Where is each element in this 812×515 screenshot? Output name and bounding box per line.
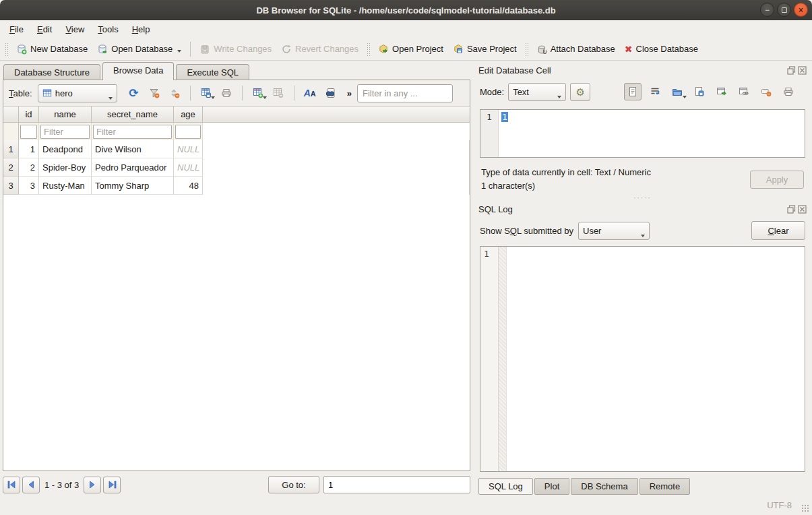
tab-database-structure[interactable]: Database Structure [3,64,100,80]
cell-name[interactable]: Rusty-Man [39,177,92,195]
corner-header[interactable] [3,107,19,123]
copy-link-button[interactable] [735,83,753,100]
filter-input-age[interactable] [175,125,201,139]
column-header-id[interactable]: id [19,107,39,123]
float-dock-icon[interactable] [787,205,796,214]
open-database-button[interactable]: Open Database [92,41,186,57]
previous-page-button[interactable] [22,477,40,493]
mode-select[interactable]: Text [508,83,566,101]
table-select[interactable]: hero [38,84,117,102]
filter-input-name[interactable] [40,125,90,139]
menu-tools[interactable]: Tools [91,22,125,36]
cell-age[interactable]: NULL [174,158,203,177]
export-table-button[interactable] [197,84,215,102]
cell-age[interactable]: NULL [174,140,203,158]
insert-record-dropdown-caret[interactable] [263,96,267,99]
tab-browse-data[interactable]: Browse Data [102,62,174,80]
export-table-dropdown-caret[interactable] [211,96,215,99]
tab-remote[interactable]: Remote [639,478,691,495]
float-dock-icon[interactable] [787,66,796,75]
clear-filters-button[interactable] [146,84,163,102]
encoding-indicator[interactable]: UTF-8 [767,500,792,510]
cell-name[interactable]: Deadpond [39,140,92,158]
cell-id[interactable]: 2 [19,158,39,177]
open-database-dropdown-caret[interactable] [177,50,181,53]
attach-database-button[interactable]: Attach Database [532,41,620,57]
find-button[interactable] [321,84,339,102]
cell-id[interactable]: 1 [19,140,39,158]
cell-age[interactable]: 48 [174,177,203,195]
menu-help[interactable]: Help [125,22,157,36]
cell-name[interactable]: Spider-Boy [39,158,92,177]
close-dock-icon[interactable] [798,205,807,214]
sql-log-content[interactable] [507,247,805,471]
new-database-button[interactable]: New Database [11,41,92,57]
menubar: File Edit View Tools Help [0,20,812,38]
toolbar-drag-handle[interactable] [525,42,528,56]
clear-sorting-button[interactable] [166,84,183,102]
dock-splitter-handle[interactable]: ····· [477,193,808,202]
clear-log-button[interactable]: Clear [751,221,805,240]
set-null-button[interactable] [757,83,775,100]
export-cell-data-button[interactable] [691,83,708,100]
row-number[interactable]: 3 [3,177,19,195]
menu-edit[interactable]: Edit [30,22,59,36]
menu-file[interactable]: File [3,22,30,36]
import-dropdown-caret[interactable] [683,96,687,98]
save-project-button[interactable]: Save Project [448,41,522,57]
sql-source-select[interactable]: User [578,222,650,240]
word-wrap-button[interactable] [646,83,664,100]
maximize-button[interactable] [777,3,791,17]
cell-secret-name[interactable]: Dive Wilson [92,140,174,158]
text-mode-toggle-button[interactable] [624,83,642,100]
cell-id[interactable]: 3 [19,177,39,195]
filter-input-id[interactable] [20,125,37,139]
cell-editor-content[interactable]: 1 [499,110,805,157]
insert-record-button[interactable] [249,84,267,102]
filter-any-column-input[interactable] [357,84,453,102]
row-number[interactable]: 1 [3,140,19,158]
titlebar[interactable]: DB Browser for SQLite - /home/user/code/… [0,0,812,20]
print-button[interactable] [218,84,235,102]
format-toggle-button[interactable]: AA [301,84,319,102]
cell-secret-name[interactable]: Pedro Parqueador [92,158,174,177]
column-header-name[interactable]: name [39,107,92,123]
toolbar-drag-handle[interactable] [367,42,370,56]
filter-input-secret-name[interactable] [93,125,172,139]
sql-log-editor[interactable]: 1 [480,246,805,472]
print-cell-button[interactable] [780,83,797,100]
pane-splitter[interactable] [470,62,477,495]
resize-grip-icon[interactable] [801,504,809,512]
menu-view[interactable]: View [59,22,91,36]
column-header-filler [203,107,470,123]
column-header-age[interactable]: age [174,107,203,123]
attach-database-icon [536,44,547,55]
import-cell-data-button[interactable] [668,83,686,100]
last-page-button[interactable] [103,477,121,493]
first-page-button[interactable] [3,477,20,493]
refresh-button[interactable]: ⟳ [125,84,143,102]
close-database-button[interactable]: ✖ Close Database [620,41,703,57]
cell-secret-name[interactable]: Tommy Sharp [92,177,174,195]
goto-button[interactable]: Go to: [268,476,319,493]
open-project-button[interactable]: Open Project [373,41,448,57]
toolbar-drag-handle[interactable] [5,42,8,56]
open-in-external-button[interactable] [713,83,730,100]
cell-editor[interactable]: 1 1 [480,109,805,158]
tab-db-schema[interactable]: DB Schema [571,478,637,495]
minimize-button[interactable]: − [760,3,774,17]
table-row[interactable]: 2 2 Spider-Boy Pedro Parqueador NULL [3,158,470,177]
close-dock-icon[interactable] [798,66,807,75]
row-number[interactable]: 2 [3,158,19,177]
goto-record-input[interactable] [323,476,470,493]
toolbar-overflow-chevron[interactable]: » [347,89,352,98]
tab-execute-sql[interactable]: Execute SQL [176,64,249,80]
table-row[interactable]: 1 1 Deadpond Dive Wilson NULL [3,140,470,158]
auto-apply-button[interactable]: ⚙ [570,83,590,101]
table-row[interactable]: 3 3 Rusty-Man Tommy Sharp 48 [3,177,470,195]
tab-plot[interactable]: Plot [534,478,569,495]
next-page-button[interactable] [84,477,101,493]
tab-sql-log[interactable]: SQL Log [478,478,533,495]
column-header-secret-name[interactable]: secret_name [92,107,174,123]
close-button[interactable]: × [794,3,808,17]
